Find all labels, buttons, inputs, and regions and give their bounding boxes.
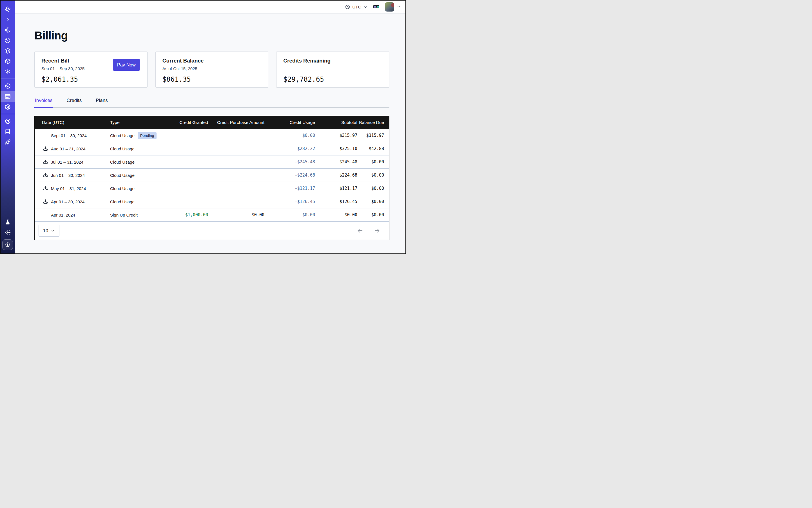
- cube-icon[interactable]: [1, 56, 15, 67]
- credits-remaining-card: Credits Remaining $29,782.65: [276, 51, 389, 88]
- page-size-select[interactable]: 10: [39, 225, 59, 237]
- asterisk-icon[interactable]: [1, 67, 15, 77]
- subtotal-value: $0.00: [315, 212, 357, 217]
- logo-orbit-icon[interactable]: [1, 4, 15, 14]
- invoice-type: Sign Up Credit: [110, 213, 173, 217]
- invoice-type: Cloud Usage: [110, 146, 173, 151]
- ship-wheel-support-icon[interactable]: [1, 116, 15, 126]
- current-balance-amount: $861.35: [163, 76, 262, 83]
- invoice-type: Cloud Usage: [110, 160, 173, 164]
- user-menu[interactable]: [385, 2, 401, 11]
- table-row: Sept 01 – 30, 2024 Cloud Usage Pending $…: [35, 129, 389, 142]
- topbar: UTC: [15, 1, 405, 13]
- download-invoice-button[interactable]: [43, 146, 48, 152]
- dollar-badge-icon: [4, 242, 11, 248]
- invoice-type-label: Cloud Usage: [110, 146, 135, 151]
- sidebar-item-billing-card-icon[interactable]: [1, 91, 15, 102]
- invoice-type: Cloud Usage: [110, 199, 173, 204]
- subtotal-value: $126.45: [315, 199, 357, 204]
- chevron-down-icon: [51, 229, 55, 233]
- sun-theme-icon[interactable]: [1, 227, 15, 238]
- app-window: UTC Billing Recent Bill: [0, 0, 406, 254]
- download-invoice-button[interactable]: [43, 159, 48, 165]
- subtotal-value: $245.48: [315, 159, 357, 164]
- download-invoice-button[interactable]: [43, 185, 48, 192]
- table-footer: 10: [35, 222, 389, 240]
- col-type: Type: [110, 120, 173, 125]
- balance-due-value: $0.00: [357, 212, 389, 217]
- recent-bill-amount: $2,061.35: [41, 76, 140, 83]
- balance-due-value: $42.88: [357, 146, 389, 151]
- card-title: Credits Remaining: [283, 58, 382, 64]
- rocket-icon[interactable]: [1, 137, 15, 147]
- download-invoice-button[interactable]: [43, 199, 48, 205]
- invoice-date: Apr 01, 2024: [51, 213, 110, 217]
- arrow-left-icon: [357, 227, 363, 234]
- invoice-date: Jul 01 – 31, 2024: [51, 160, 110, 164]
- prev-page-button[interactable]: [356, 227, 364, 234]
- invoice-type-label: Cloud Usage: [110, 133, 135, 138]
- balance-due-value: $0.00: [357, 199, 389, 204]
- dollar-badge-credits-button[interactable]: [2, 239, 13, 250]
- chevron-down-icon: [396, 4, 401, 9]
- col-credit-granted: Credit Granted: [173, 120, 208, 125]
- scan-icon[interactable]: [1, 25, 15, 35]
- col-credit-purchase-amount: Credit Purchase Amount: [208, 120, 264, 125]
- summary-cards: Recent Bill Sep 01 – Sep 30, 2025 $2,061…: [34, 51, 389, 88]
- download-icon: [43, 185, 48, 192]
- tab-plans[interactable]: Plans: [95, 96, 109, 107]
- table-body: Sept 01 – 30, 2024 Cloud Usage Pending $…: [35, 129, 389, 222]
- gear-settings-icon[interactable]: [1, 102, 15, 112]
- col-balance-due: Balance Due: [357, 120, 389, 125]
- table-row: Apr 01, 2024 Sign Up Credit $1,000.00 $0…: [35, 208, 389, 222]
- credit-usage-value: -$121.17: [264, 186, 315, 191]
- download-icon: [43, 199, 48, 205]
- layers-icon[interactable]: [1, 46, 15, 56]
- balance-due-value: $0.00: [357, 186, 389, 191]
- avatar[interactable]: [385, 2, 394, 11]
- expand-sidebar-chevron-right-icon[interactable]: [1, 14, 15, 25]
- invoices-table: Date (UTC) Type Credit Granted Credit Pu…: [34, 116, 389, 240]
- card-title: Current Balance: [163, 58, 262, 64]
- subtotal-value: $224.68: [315, 173, 357, 178]
- tab-invoices[interactable]: Invoices: [34, 96, 53, 107]
- invoice-date: Apr 01 – 30, 2024: [51, 199, 110, 204]
- col-subtotal: Subtotal: [315, 120, 357, 125]
- sidebar-divider: [1, 79, 15, 79]
- next-page-button[interactable]: [373, 227, 381, 234]
- timer-icon[interactable]: [1, 35, 15, 46]
- invoice-type-label: Cloud Usage: [110, 160, 135, 164]
- download-icon: [43, 146, 48, 152]
- invoice-date: Aug 01 – 31, 2024: [51, 146, 110, 151]
- download-invoice-button[interactable]: [43, 172, 48, 178]
- col-date: Date (UTC): [35, 120, 110, 125]
- glasses-icon[interactable]: [373, 3, 380, 10]
- credit-usage-value: -$245.48: [264, 159, 315, 164]
- tab-credits[interactable]: Credits: [66, 96, 82, 107]
- invoice-date: May 01 – 31, 2024: [51, 186, 110, 191]
- page-title: Billing: [34, 29, 389, 42]
- invoice-date: Jun 01 – 30, 2024: [51, 173, 110, 178]
- credit-purchase-value: $0.00: [208, 212, 264, 217]
- flask-labs-icon[interactable]: [1, 217, 15, 227]
- table-row: Jun 01 – 30, 2024 Cloud Usage -$224.68 $…: [35, 169, 389, 182]
- clock-icon: [345, 4, 350, 9]
- billing-tabs: Invoices Credits Plans: [34, 96, 389, 108]
- credit-granted-value: $1,000.00: [173, 212, 208, 217]
- download-icon: [43, 172, 48, 178]
- credits-remaining-amount: $29,782.65: [283, 76, 382, 83]
- book-sparkle-docs-icon[interactable]: [1, 126, 15, 137]
- page-size-value: 10: [43, 228, 48, 234]
- credit-usage-value: $0.00: [264, 212, 315, 217]
- sidebar: [1, 1, 15, 253]
- timezone-selector[interactable]: UTC: [345, 4, 368, 9]
- credit-usage-value: -$282.22: [264, 146, 315, 151]
- invoice-type-label: Sign Up Credit: [110, 213, 138, 217]
- pay-now-button[interactable]: Pay Now: [113, 59, 140, 71]
- subtotal-value: $315.97: [315, 133, 357, 138]
- subtotal-value: $121.17: [315, 186, 357, 191]
- recent-bill-card: Recent Bill Sep 01 – Sep 30, 2025 $2,061…: [34, 51, 147, 88]
- gauge-dashboard-icon[interactable]: [1, 81, 15, 91]
- table-row: Jul 01 – 31, 2024 Cloud Usage -$245.48 $…: [35, 156, 389, 169]
- balance-due-value: $0.00: [357, 173, 389, 178]
